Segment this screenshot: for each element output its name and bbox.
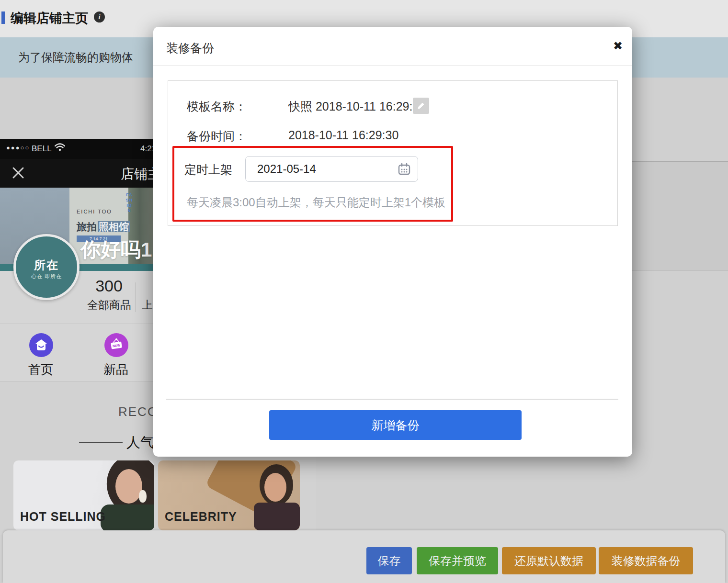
poster-title: 旅拍照相馆 — [77, 220, 130, 234]
home-tab-icon[interactable] — [29, 333, 53, 357]
model-face-left — [115, 469, 142, 504]
page-title: 编辑店铺主页 — [11, 10, 88, 27]
poster-brand: EICHI TOO — [77, 209, 112, 214]
restore-default-button[interactable]: 还原默认数据 — [502, 547, 596, 574]
stats-label[interactable]: 全部商品 — [80, 298, 138, 313]
decoration-backup-button[interactable]: 装修数据备份 — [599, 547, 693, 574]
phone-close-icon[interactable] — [11, 165, 26, 182]
save-button[interactable]: 保存 — [366, 547, 412, 574]
model-earring — [139, 490, 147, 503]
backup-modal: 装修备份 ✖ 模板名称： 快照 2018-10-11 16:29:30 备份时间… — [153, 27, 632, 457]
carrier-label: BELL — [32, 144, 52, 154]
card-hot-selling[interactable]: HOT SELLING — [13, 460, 154, 530]
model-top-right — [254, 503, 300, 530]
template-name-label: 模板名称： — [187, 100, 247, 113]
notice-text: 为了保障流畅的购物体 — [18, 50, 133, 65]
stats-count: 300 — [86, 277, 132, 295]
tab-home-label[interactable]: 首页 — [17, 361, 65, 378]
model-top-left — [101, 505, 154, 530]
banner-overlay-title: 你好吗1 — [80, 236, 152, 263]
backup-time-value: 2018-10-11 16:29:30 — [288, 128, 398, 142]
tab-new-label[interactable]: 新品 — [92, 361, 140, 378]
calendar-icon[interactable] — [398, 162, 411, 178]
template-name-value: 快照 2018-10-11 16:29:30 — [288, 99, 426, 114]
logo-line1: 所在 — [16, 258, 77, 273]
schedule-label: 定时上架 — [184, 162, 232, 178]
title-accent-bar — [1, 11, 5, 24]
backup-time-label: 备份时间： — [187, 129, 247, 143]
modal-close-icon[interactable]: ✖ — [609, 37, 626, 55]
template-name-row: 模板名称： 快照 2018-10-11 16:29:30 — [187, 99, 247, 114]
modal-header-divider — [153, 65, 632, 66]
new-tab-icon[interactable]: NEW — [104, 333, 128, 357]
pencil-icon — [416, 101, 426, 111]
poster-title-boxed: 照相馆 — [98, 221, 130, 232]
edit-template-name-button[interactable] — [413, 98, 429, 114]
card-hot-label: HOT SELLING — [20, 510, 106, 524]
screen: 编辑店铺主页 为了保障流畅的购物体 ●●●○○ BELL 4:21 店 — [0, 0, 728, 583]
info-icon[interactable] — [94, 11, 105, 22]
schedule-date-input[interactable] — [245, 156, 418, 182]
poster-vertical-label: FASHION — [125, 192, 133, 213]
backup-time-row: 备份时间： 2018-10-11 16:29:30 — [187, 128, 247, 144]
modal-footer-divider — [166, 399, 618, 400]
modal-title: 装修备份 — [166, 40, 214, 56]
stats-divider — [136, 282, 136, 312]
logo-line2: 心在 即所在 — [16, 273, 77, 280]
add-backup-button[interactable]: 新增备份 — [269, 410, 522, 440]
wifi-icon — [55, 143, 65, 154]
save-preview-button[interactable]: 保存并预览 — [417, 547, 498, 574]
poster-title-dark: 旅拍 — [77, 221, 97, 232]
card-celebrity[interactable]: CELEBRITY — [158, 460, 300, 530]
card-celebrity-label: CELEBRITY — [165, 510, 237, 524]
shop-logo-avatar[interactable]: 所在 心在 即所在 — [13, 234, 80, 300]
signal-strength-icon: ●●●○○ — [6, 144, 30, 151]
schedule-hint: 每天凌晨3:00自动上架，每天只能定时上架1个模板 — [187, 195, 445, 210]
recommend-dash — [79, 442, 123, 443]
model-face-right — [264, 473, 286, 502]
